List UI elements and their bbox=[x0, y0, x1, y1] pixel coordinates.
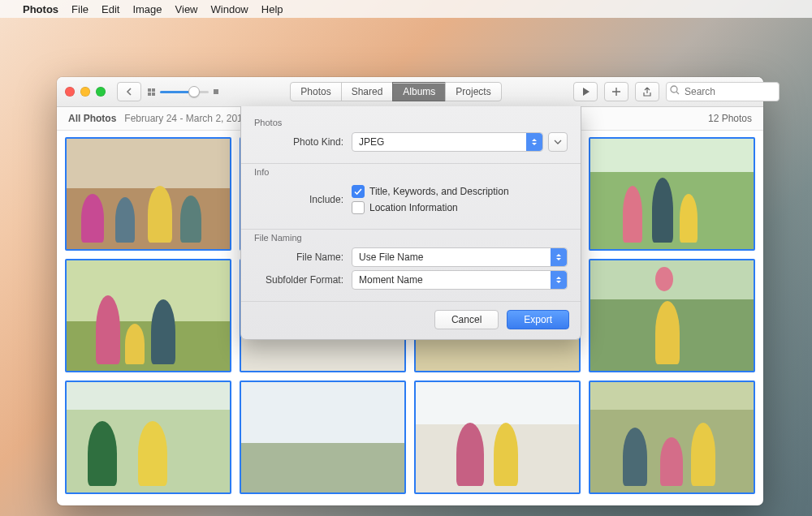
add-button[interactable] bbox=[604, 82, 628, 101]
checkmark-icon bbox=[354, 188, 362, 196]
photos-window: Photos Shared Albums Projects All Photos… bbox=[57, 77, 763, 505]
export-sheet: Photos Photo Kind: JPEG Info Include: bbox=[240, 106, 581, 340]
photo-thumbnail[interactable] bbox=[414, 381, 581, 494]
menu-edit[interactable]: Edit bbox=[102, 3, 119, 15]
photo-kind-value: JPEG bbox=[359, 136, 384, 148]
photo-kind-select[interactable]: JPEG bbox=[352, 132, 543, 152]
photo-thumbnail[interactable] bbox=[589, 259, 755, 372]
window-toolbar: Photos Shared Albums Projects bbox=[57, 77, 763, 107]
file-name-value: Use File Name bbox=[359, 252, 423, 263]
app-menu[interactable]: Photos bbox=[23, 3, 58, 15]
include-location-checkbox[interactable] bbox=[352, 201, 365, 214]
album-title: All Photos bbox=[68, 113, 116, 124]
menu-file[interactable]: File bbox=[71, 3, 89, 15]
tab-photos[interactable]: Photos bbox=[290, 82, 341, 101]
photo-thumbnail[interactable] bbox=[589, 137, 755, 251]
include-title-label: Title, Keywords, and Description bbox=[369, 186, 509, 197]
tab-albums[interactable]: Albums bbox=[392, 82, 446, 101]
view-tabs: Photos Shared Albums Projects bbox=[290, 82, 501, 101]
include-label: Include: bbox=[254, 194, 352, 205]
search-icon bbox=[670, 85, 680, 96]
share-button[interactable] bbox=[635, 82, 659, 101]
caret-icon bbox=[526, 133, 542, 151]
caret-icon bbox=[551, 248, 567, 266]
play-icon bbox=[582, 88, 590, 96]
photo-thumbnail[interactable] bbox=[240, 381, 406, 494]
search-field[interactable] bbox=[666, 82, 755, 101]
traffic-lights bbox=[65, 87, 106, 97]
tab-shared[interactable]: Shared bbox=[341, 82, 394, 101]
subfolder-select[interactable]: Moment Name bbox=[352, 270, 568, 290]
zoom-slider[interactable] bbox=[148, 88, 218, 96]
minimize-window-button[interactable] bbox=[80, 87, 90, 97]
close-window-button[interactable] bbox=[65, 87, 75, 97]
chevron-left-icon bbox=[126, 88, 132, 96]
chevron-down-icon bbox=[554, 140, 562, 144]
photo-thumbnail[interactable] bbox=[589, 381, 755, 494]
photo-thumbnail[interactable] bbox=[65, 137, 231, 251]
section-head-info: Info bbox=[254, 167, 568, 177]
subfolder-label: Subfolder Format: bbox=[254, 274, 352, 286]
file-name-select[interactable]: Use File Name bbox=[352, 247, 568, 267]
file-name-label: File Name: bbox=[254, 252, 352, 263]
menu-image[interactable]: Image bbox=[132, 3, 162, 15]
date-range: February 24 - March 2, 2015 bbox=[124, 113, 248, 124]
section-head-photos: Photos bbox=[254, 118, 568, 127]
menu-bar: Photos File Edit Image View Window Help bbox=[0, 0, 812, 18]
menu-window[interactable]: Window bbox=[211, 3, 248, 15]
thumbnails-large-icon bbox=[214, 89, 218, 94]
search-input[interactable] bbox=[666, 82, 780, 101]
slideshow-button[interactable] bbox=[573, 82, 598, 101]
share-icon bbox=[642, 87, 652, 97]
include-title-checkbox[interactable] bbox=[352, 185, 365, 198]
photo-thumbnail[interactable] bbox=[65, 259, 231, 372]
plus-icon bbox=[612, 88, 620, 96]
svg-point-0 bbox=[671, 86, 677, 92]
back-button[interactable] bbox=[117, 82, 141, 101]
photo-count: 12 Photos bbox=[708, 113, 752, 124]
photo-kind-label: Photo Kind: bbox=[254, 136, 352, 148]
include-location-label: Location Information bbox=[369, 202, 458, 213]
tab-projects[interactable]: Projects bbox=[445, 82, 501, 101]
export-button[interactable]: Export bbox=[507, 310, 569, 329]
photo-thumbnail[interactable] bbox=[65, 381, 231, 494]
more-options-button[interactable] bbox=[548, 132, 568, 152]
fullscreen-window-button[interactable] bbox=[96, 87, 106, 97]
menu-help[interactable]: Help bbox=[261, 3, 283, 15]
thumbnails-small-icon bbox=[148, 88, 155, 96]
section-head-naming: File Naming bbox=[254, 233, 568, 243]
menu-view[interactable]: View bbox=[175, 3, 198, 15]
caret-icon bbox=[551, 271, 567, 289]
cancel-button[interactable]: Cancel bbox=[434, 310, 499, 329]
subfolder-value: Moment Name bbox=[359, 274, 423, 286]
